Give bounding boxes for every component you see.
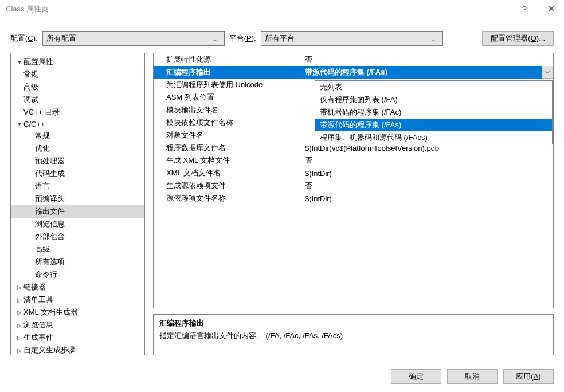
property-value[interactable]: 否 — [301, 179, 553, 192]
expanded-icon: ▼ — [15, 59, 23, 65]
value-dropdown[interactable]: 无列表仅有程序集的列表 (/FA)带机器码的程序集 (/FAc)带源代码的程序集… — [315, 80, 553, 144]
tree-item[interactable]: 常规 — [11, 68, 144, 81]
tree-item-label: 链接器 — [23, 282, 46, 292]
property-row[interactable]: 生成源依赖项文件否 — [154, 179, 553, 192]
ok-button[interactable]: 确定 — [391, 369, 441, 384]
tree-item-label: 浏览信息 — [35, 219, 65, 229]
tree-item-label: C/C++ — [23, 120, 45, 128]
tree-item[interactable]: ▷自定义生成步骤 — [11, 344, 144, 355]
property-name: 对象文件名 — [154, 129, 301, 142]
property-name: XML 文档文件名 — [154, 167, 301, 179]
config-label: 配置(C): — [10, 33, 38, 44]
tree-item-label: 自定义生成步骤 — [23, 345, 76, 355]
collapsed-icon: ▷ — [15, 297, 23, 303]
tree-item[interactable]: ▼C/C++ — [11, 119, 144, 130]
dropdown-option[interactable]: 带源代码的程序集 (/FAs) — [315, 119, 552, 131]
property-name: ASM 列表位置 — [154, 91, 301, 104]
tree-item[interactable]: ▷链接器 — [11, 281, 144, 293]
property-row[interactable]: 生成 XML 文档文件否 — [154, 154, 553, 167]
chevron-down-icon — [545, 70, 550, 75]
property-name: 为汇编程序列表使用 Unicode — [154, 79, 301, 91]
tree-item-label: 输出文件 — [35, 206, 65, 217]
tree-item[interactable]: 所有选项 — [11, 256, 144, 268]
property-value[interactable]: $(IntDir) — [301, 167, 553, 179]
close-button[interactable]: ✕ — [538, 0, 564, 18]
tree-item-label: 命令行 — [35, 269, 57, 280]
tree-item-label: 高级 — [35, 244, 50, 254]
property-value[interactable]: 否 — [301, 154, 553, 167]
dialog-buttons: 确定 取消 应用(A) — [391, 369, 554, 384]
tree-item[interactable]: 高级 — [11, 243, 144, 256]
platform-select[interactable]: 所有平台 ⌄ — [261, 31, 443, 46]
property-value[interactable]: $(IntDir) — [301, 192, 553, 205]
property-name: 生成源依赖项文件 — [154, 179, 301, 192]
property-grid[interactable]: 扩展特性化源否汇编程序输出带源代码的程序集 (/FAs)为汇编程序列表使用 Un… — [153, 53, 554, 308]
dropdown-option[interactable]: 带机器码的程序集 (/FAc) — [315, 106, 552, 119]
dropdown-option[interactable]: 仅有程序集的列表 (/FA) — [315, 93, 552, 106]
config-select[interactable]: 所有配置 ⌄ — [42, 31, 225, 46]
collapsed-icon: ▷ — [15, 347, 23, 354]
tree-item[interactable]: 调试 — [11, 93, 144, 106]
tree-item-label: XML 文档生成器 — [23, 307, 78, 317]
tree-item[interactable]: VC++ 目录 — [11, 106, 144, 119]
tree-item[interactable]: 优化 — [11, 142, 144, 155]
description-body: 指定汇编语言输出文件的内容。 (/FA, /FAc, /FAs, /FAcs) — [159, 331, 547, 341]
tree-item[interactable]: 浏览信息 — [11, 218, 144, 230]
property-row[interactable]: 扩展特性化源否 — [154, 53, 553, 66]
titlebar: Class 属性页 ✕ — [0, 0, 564, 18]
property-name: 程序数据库文件名 — [154, 142, 301, 154]
dropdown-option[interactable]: 程序集、机器码和源代码 (/FAcs) — [315, 131, 552, 144]
dropdown-button[interactable] — [542, 66, 553, 79]
property-row[interactable]: XML 文档文件名$(IntDir) — [154, 167, 553, 179]
tree-item-label: 常规 — [23, 69, 38, 80]
tree-item-label: 调试 — [23, 95, 38, 105]
tree-item[interactable]: 预处理器 — [11, 155, 144, 167]
tree-item-label: 优化 — [35, 143, 50, 154]
property-name: 扩展特性化源 — [154, 53, 301, 66]
chevron-down-icon: ⌄ — [210, 34, 221, 43]
property-value[interactable]: 带源代码的程序集 (/FAs) — [301, 66, 553, 79]
category-tree[interactable]: ▼配置属性常规高级调试VC++ 目录▼C/C++常规优化预处理器代码生成语言预编… — [10, 53, 145, 355]
property-row[interactable]: 汇编程序输出带源代码的程序集 (/FAs) — [154, 66, 553, 79]
config-row: 配置(C): 所有配置 ⌄ 平台(P): 所有平台 ⌄ 配置管理器(O)... — [0, 18, 564, 53]
collapsed-icon: ▷ — [15, 309, 23, 316]
tree-item[interactable]: 语言 — [11, 180, 144, 193]
tree-item[interactable]: ▼配置属性 — [11, 56, 144, 68]
collapsed-icon: ▷ — [15, 284, 23, 291]
tree-item-label: 浏览信息 — [23, 320, 53, 330]
tree-item[interactable]: ▷生成事件 — [11, 331, 144, 344]
tree-item-label: 代码生成 — [35, 168, 65, 179]
tree-item[interactable]: 外部包含 — [11, 230, 144, 243]
tree-item[interactable]: 常规 — [11, 130, 144, 142]
tree-item-label: 预处理器 — [35, 156, 65, 166]
tree-item-label: 常规 — [35, 131, 50, 141]
cancel-button[interactable]: 取消 — [447, 369, 498, 384]
tree-item[interactable]: 输出文件 — [11, 205, 144, 218]
description-title: 汇编程序输出 — [159, 318, 547, 328]
tree-item[interactable]: ▷清单工具 — [11, 293, 144, 306]
tree-item-label: 生成事件 — [23, 332, 53, 343]
help-button[interactable] — [511, 0, 538, 18]
property-name: 生成 XML 文档文件 — [154, 154, 301, 167]
property-name: 模块输出文件名 — [154, 104, 301, 116]
property-name: 源依赖项文件名称 — [154, 192, 301, 205]
dropdown-option[interactable]: 无列表 — [315, 81, 552, 93]
tree-item-label: VC++ 目录 — [23, 107, 60, 117]
apply-button[interactable]: 应用(A) — [503, 369, 554, 384]
tree-item[interactable]: 代码生成 — [11, 167, 144, 180]
collapsed-icon: ▷ — [15, 322, 23, 328]
tree-item[interactable]: ▷浏览信息 — [11, 319, 144, 331]
tree-item-label: 配置属性 — [23, 57, 53, 67]
tree-item-label: 语言 — [35, 181, 50, 191]
tree-item[interactable]: ▷XML 文档生成器 — [11, 306, 144, 319]
tree-item-label: 清单工具 — [23, 295, 53, 305]
property-name: 模块依赖项文件名称 — [154, 116, 301, 129]
tree-item[interactable]: 命令行 — [11, 268, 144, 281]
tree-item-label: 所有选项 — [35, 257, 65, 267]
tree-item[interactable]: 预编译头 — [11, 193, 144, 205]
config-manager-button[interactable]: 配置管理器(O)... — [482, 31, 554, 46]
tree-item-label: 预编译头 — [35, 194, 65, 204]
tree-item[interactable]: 高级 — [11, 81, 144, 93]
property-row[interactable]: 源依赖项文件名称$(IntDir) — [154, 192, 553, 205]
property-value[interactable]: 否 — [301, 53, 553, 66]
